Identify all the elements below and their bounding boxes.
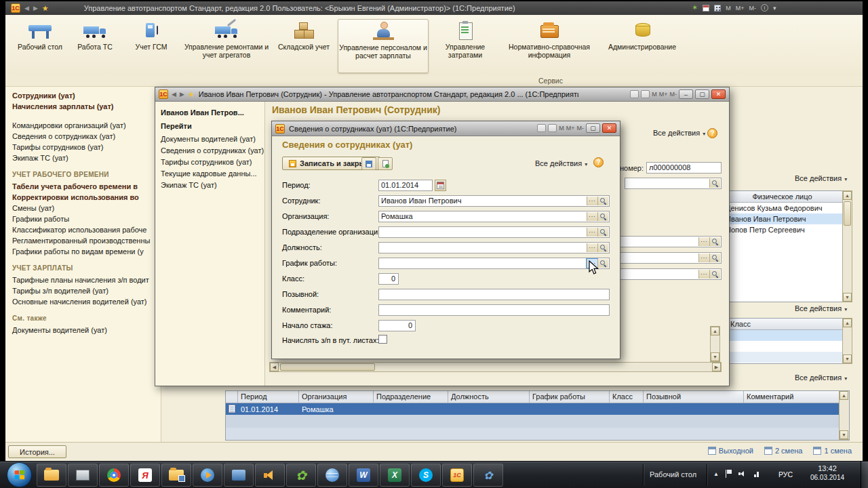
taskbar-clock[interactable]: 13:42 06.03.2014	[802, 464, 853, 481]
favorites-star-icon[interactable]: ★	[188, 90, 195, 99]
choose-button[interactable]	[698, 237, 709, 246]
all-actions-persons-button[interactable]: Все действия	[795, 174, 847, 182]
position-field[interactable]	[378, 242, 610, 253]
maximize-button[interactable]	[586, 123, 600, 133]
scroll-right-icon[interactable]	[712, 363, 721, 371]
nav-item-employee-info[interactable]: Сведения о сотрудниках (уат)	[161, 146, 264, 155]
ribbon-section-costs[interactable]: Управление затратами	[434, 19, 496, 73]
list-item-person-selected[interactable]: Иванов Иван Петрович	[722, 214, 842, 224]
sidebar-item-schedules[interactable]: Графики работы	[5, 214, 161, 224]
open-button[interactable]	[709, 237, 720, 246]
taskbar-icon-excel[interactable]	[380, 464, 410, 487]
class-row[interactable]	[722, 352, 842, 363]
back-icon[interactable]: ◀	[172, 91, 176, 98]
ribbon-section-fuel[interactable]: Учет ГСМ	[125, 19, 178, 73]
all-actions-class-button[interactable]: Все действия	[795, 304, 847, 312]
volume-icon[interactable]	[738, 470, 747, 478]
choose-button[interactable]	[587, 197, 597, 205]
col-position[interactable]: Должность	[448, 391, 530, 403]
memory-button[interactable]: M	[652, 91, 657, 98]
col-period[interactable]: Период	[238, 391, 299, 403]
nav-item-crew[interactable]: Экипаж ТС (уат)	[161, 181, 217, 189]
ribbon-section-warehouse[interactable]: Складской учет	[275, 19, 332, 73]
persons-scrollbar[interactable]	[842, 190, 852, 302]
scroll-up-icon[interactable]	[843, 191, 852, 200]
choose-button[interactable]	[587, 228, 597, 237]
memory-button[interactable]: M	[726, 5, 731, 12]
scroll-down-icon[interactable]	[843, 293, 852, 302]
open-button[interactable]	[709, 270, 720, 279]
sidebar-item-shifts[interactable]: Смены (уат)	[5, 203, 161, 214]
persons-column-header[interactable]: Физическое лицо	[722, 191, 842, 203]
show-desktop-button[interactable]	[861, 462, 868, 488]
taskbar-icon-utility[interactable]	[473, 464, 503, 487]
memory-plus-button[interactable]: M+	[566, 125, 575, 131]
scroll-left-icon[interactable]	[270, 363, 279, 371]
calendar-icon[interactable]	[703, 5, 709, 12]
open-button[interactable]	[597, 197, 608, 205]
sidebar-item-driver-accruals[interactable]: Основные начисления водителей (уат)	[5, 296, 161, 307]
ribbon-section-vehicles[interactable]: Работа ТС	[71, 19, 119, 73]
tray-expand-icon[interactable]	[713, 471, 719, 477]
help-icon[interactable]	[707, 128, 717, 138]
window-tool-icon[interactable]	[641, 90, 650, 98]
memory-plus-button[interactable]: M+	[659, 91, 668, 98]
window-tool-icon[interactable]	[630, 90, 639, 98]
ribbon-section-desktop[interactable]: Рабочий стол	[15, 19, 65, 73]
list-item-person[interactable]: Денисов Кузьма Федорович	[722, 203, 842, 214]
legend-item-dayoff[interactable]: Выходной	[708, 447, 753, 455]
window-tool-icon[interactable]	[537, 124, 546, 132]
taskbar-icon-media-player[interactable]	[193, 464, 222, 487]
records-scrollbar[interactable]	[839, 391, 849, 440]
action-center-icon[interactable]	[726, 470, 732, 478]
open-button[interactable]	[597, 228, 608, 237]
app-titlebar[interactable]: 1С ◀ ▶ ★ Управление автотранспортом Стан…	[5, 1, 863, 15]
info-icon[interactable]	[761, 4, 768, 12]
sidebar-item-timesheets[interactable]: Табели учета рабочего времени в	[5, 181, 161, 192]
list-item-person[interactable]: Попов Петр Сергеевич	[722, 224, 842, 235]
ribbon-section-admin[interactable]: Администрирование	[602, 19, 682, 73]
taskbar-icon-volume-mixer[interactable]	[255, 464, 285, 487]
choose-button[interactable]	[587, 243, 597, 252]
memory-plus-button[interactable]: M+	[736, 5, 745, 12]
ribbon-section-hr[interactable]: Управление персоналом и расчет зарплаты	[338, 19, 429, 73]
table-row-selected[interactable]: 01.01.2014 Ромашка	[226, 403, 849, 415]
seniority-field[interactable]: 0	[378, 320, 416, 331]
accrue-checkbox[interactable]	[378, 335, 387, 344]
sidebar-item-payroll[interactable]: Начисления зарплаты (уат)	[5, 101, 161, 112]
sidebar-item-tariff-plans[interactable]: Тарифные планы начисления з/п водит	[5, 274, 161, 285]
schedule-field[interactable]	[378, 258, 610, 269]
open-button[interactable]	[597, 212, 608, 221]
start-button[interactable]	[7, 462, 32, 487]
sidebar-item-driver-rates[interactable]: Тарифы з/п водителей (уат)	[5, 285, 161, 296]
organization-field[interactable]: Ромашка	[378, 211, 610, 222]
class-column-header[interactable]: Класс	[722, 319, 842, 330]
col-organization[interactable]: Организация	[299, 391, 374, 403]
scroll-down-icon[interactable]	[840, 430, 848, 439]
sidebar-item-corrections[interactable]: Корректировки использования во	[5, 192, 161, 203]
memory-minus-button[interactable]: M-	[749, 5, 756, 12]
memory-minus-button[interactable]: M-	[670, 91, 677, 98]
legend-item-shift2[interactable]: 2 смена	[764, 447, 803, 455]
all-actions-records-button[interactable]: Все действия	[795, 373, 847, 382]
legend-item-shift1[interactable]: 1 смена	[813, 447, 852, 455]
forward-icon[interactable]: ▶	[33, 5, 38, 12]
sidebar-item-driver-documents[interactable]: Документы водителей (уат)	[5, 325, 161, 336]
scroll-up-icon[interactable]	[711, 327, 719, 336]
sidebar-item-trips[interactable]: Командировки организаций (уат)	[5, 120, 161, 131]
open-button[interactable]	[709, 253, 720, 262]
sidebar-item-classifier[interactable]: Классификатор использования рабоче	[5, 224, 161, 235]
sidebar-item-employee-rates[interactable]: Тарифы сотрудников (уат)	[5, 142, 161, 152]
scroll-up-icon[interactable]	[843, 319, 852, 327]
calendar-picker-button[interactable]	[435, 180, 446, 191]
employee-window-titlebar[interactable]: 1С ◀ ▶ ★ Иванов Иван Петрович (Сотрудник…	[155, 87, 729, 102]
choose-button[interactable]	[587, 212, 597, 221]
class-row[interactable]	[722, 341, 842, 352]
employee-field[interactable]: Иванов Иван Петрович	[378, 195, 610, 207]
taskbar-icon-icq[interactable]	[286, 464, 316, 487]
history-button[interactable]: История...	[8, 445, 66, 458]
window-tool-icon[interactable]	[548, 124, 557, 132]
taskbar-icon-chrome[interactable]	[99, 464, 129, 487]
memory-button[interactable]: M	[559, 125, 564, 131]
all-actions-window-button[interactable]: Все действия	[653, 129, 705, 137]
